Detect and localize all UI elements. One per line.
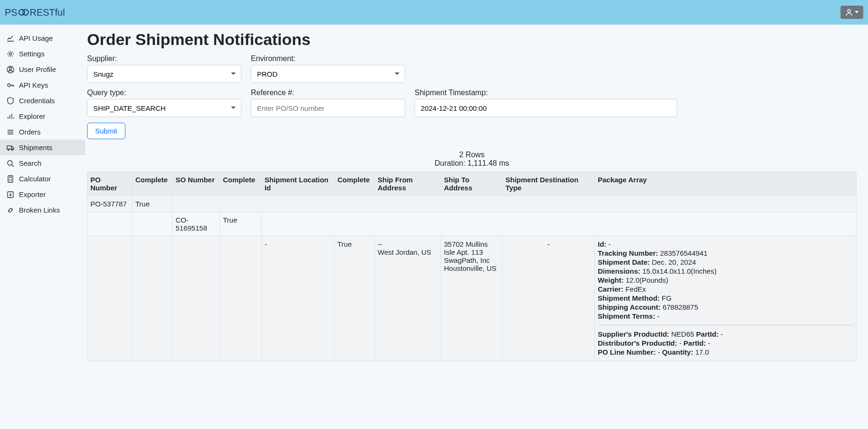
caret-down-icon: [855, 11, 859, 14]
pkg-label: Tracking Number:: [598, 249, 658, 257]
cell-empty: [133, 236, 173, 361]
pkg-label: Quantity:: [662, 348, 693, 356]
reference-label: Reference #:: [251, 89, 405, 97]
pkg-val: -: [720, 330, 723, 338]
sidebar-item-api-keys[interactable]: API Keys: [0, 77, 85, 93]
sidebar-item-label: Settings: [19, 50, 44, 58]
pkg-val: 12.0(Pounds): [626, 276, 668, 284]
pkg-val: -: [708, 339, 710, 347]
pkg-label: Shipment Method:: [598, 294, 660, 302]
th-dest-type: Shipment Destination Type: [503, 172, 595, 196]
th-ship-from: Ship From Address: [375, 172, 441, 196]
sidebar-item-broken-links[interactable]: Broken Links: [0, 202, 85, 218]
search-icon: [7, 160, 14, 167]
cell-empty: [220, 236, 262, 361]
sidebar-item-label: Explorer: [19, 112, 45, 120]
pkg-val: -: [657, 312, 660, 320]
sidebar-item-orders[interactable]: Orders: [0, 124, 85, 140]
cell-empty: [262, 212, 857, 236]
submit-button[interactable]: Submit: [87, 123, 125, 139]
pkg-val: -: [658, 348, 660, 356]
gear-icon: [7, 50, 14, 58]
sidebar-item-label: Broken Links: [19, 206, 60, 214]
sidebar: API Usage Settings User Profile API Keys…: [0, 25, 85, 380]
cell-empty: [173, 196, 857, 212]
th-package: Package Array: [595, 172, 857, 196]
addr-line: 35702 Mullins Isle Apt. 113: [444, 240, 499, 256]
th-ship-to: Ship To Address: [441, 172, 503, 196]
pkg-label: Shipment Date:: [598, 258, 650, 266]
header: PS RESTful: [0, 0, 868, 25]
timestamp-input[interactable]: [415, 99, 677, 117]
sidebar-item-calculator[interactable]: Calculator: [0, 171, 85, 187]
timestamp-label: Shipment Timestamp:: [415, 89, 677, 97]
sidebar-item-search[interactable]: Search: [0, 155, 85, 171]
cell-complete: True: [220, 212, 262, 236]
link-icon: [7, 206, 14, 214]
query-type-select[interactable]: SHIP_DATE_SEARCH: [87, 99, 241, 117]
pkg-val: 283576544941: [660, 249, 708, 257]
logo-text-rest: RESTful: [30, 7, 65, 18]
th-shipment-location: Shipment Location Id: [262, 172, 335, 196]
results-table: PO Number Complete SO Number Complete Sh…: [87, 171, 857, 361]
pkg-label: PartId:: [683, 339, 706, 347]
sidebar-item-credentials[interactable]: Credentials: [0, 93, 85, 108]
pkg-label: PO Line Number:: [598, 348, 656, 356]
cell-complete: True: [133, 196, 173, 212]
pkg-val: 678828875: [663, 303, 698, 311]
brand-logo[interactable]: PS RESTful: [5, 7, 65, 18]
svg-point-5: [9, 67, 12, 70]
supplier-select[interactable]: Snugz: [87, 65, 241, 83]
cell-package: Id: - Tracking Number: 283576544941 Ship…: [595, 236, 857, 361]
pkg-label: Dimensions:: [598, 267, 640, 275]
table-row: - True -- West Jordan, US 35702 Mullins …: [88, 236, 857, 361]
results-meta: 2 Rows Duration: 1,111.48 ms: [87, 151, 857, 168]
sidebar-item-user-profile[interactable]: User Profile: [0, 62, 85, 77]
environment-select[interactable]: PROD: [251, 65, 405, 83]
reference-input[interactable]: [251, 99, 405, 117]
th-so-number: SO Number: [173, 172, 220, 196]
svg-point-8: [8, 149, 9, 150]
sidebar-item-label: API Keys: [19, 81, 48, 89]
sidebar-item-exporter[interactable]: Exporter: [0, 187, 85, 202]
pkg-val: FedEx: [625, 285, 646, 293]
pkg-label: PartId:: [696, 330, 719, 338]
th-complete-3: Complete: [335, 172, 375, 196]
calculator-icon: [7, 175, 14, 183]
svg-point-3: [9, 53, 12, 55]
sidebar-item-label: Exporter: [19, 190, 46, 198]
supplier-label: Supplier:: [87, 54, 241, 63]
pkg-val: Dec. 20, 2024: [652, 258, 696, 266]
pkg-label: Carrier:: [598, 285, 623, 293]
separator: [598, 325, 853, 325]
chart-line-icon: [7, 35, 14, 42]
key-icon: [7, 81, 14, 89]
sidebar-item-settings[interactable]: Settings: [0, 46, 85, 62]
sidebar-item-explorer[interactable]: Explorer: [0, 108, 85, 124]
cell-empty: [88, 212, 133, 236]
pkg-label: Shipment Terms:: [598, 312, 655, 320]
truck-icon: [7, 144, 14, 152]
logo-text-ps: PS: [5, 7, 18, 18]
sidebar-item-api-usage[interactable]: API Usage: [0, 30, 85, 46]
logo-icon: [18, 9, 29, 16]
export-icon: [7, 191, 14, 198]
sidebar-item-label: Orders: [19, 128, 41, 136]
user-menu[interactable]: [841, 6, 863, 19]
pkg-val: FG: [662, 294, 672, 302]
pkg-label: Shipping Account:: [598, 303, 661, 311]
sidebar-item-shipments[interactable]: Shipments: [0, 140, 85, 155]
pkg-val: 15.0x14.0x11.0(Inches): [642, 267, 717, 275]
cell-po: PO-537787: [88, 196, 133, 212]
rows-count: 2 Rows: [87, 151, 857, 159]
cell-so: CO-51695158: [173, 212, 220, 236]
user-circle-icon: [7, 66, 14, 73]
environment-label: Environment:: [251, 54, 405, 63]
duration-text: Duration: 1,111.48 ms: [87, 159, 857, 168]
th-complete-1: Complete: [133, 172, 173, 196]
th-po-number: PO Number: [88, 172, 133, 196]
shield-icon: [7, 97, 14, 105]
cell-ship-to: 35702 Mullins Isle Apt. 113 SwagPath, In…: [441, 236, 503, 361]
user-icon: [845, 9, 853, 16]
svg-rect-7: [7, 146, 11, 149]
